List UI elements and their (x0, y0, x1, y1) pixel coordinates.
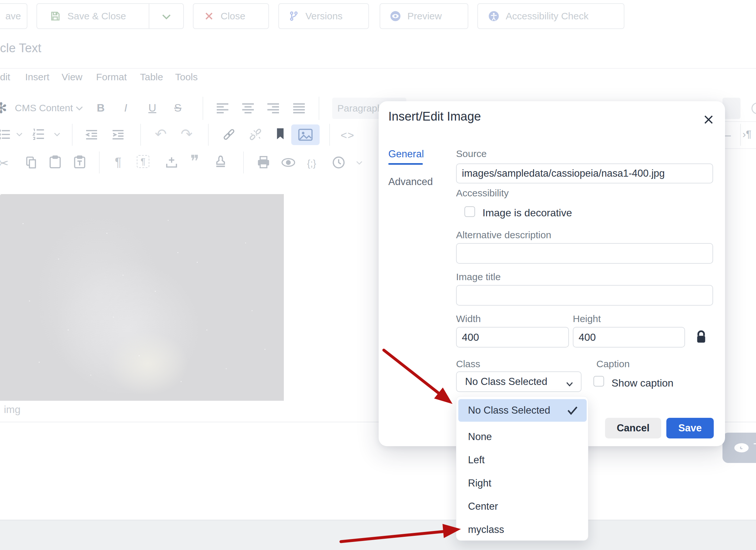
dropdown-option-center[interactable]: Center (458, 495, 587, 518)
joomla-logo-icon: ✻ (0, 99, 7, 117)
image-title-label: Image title (456, 272, 501, 282)
toolbar-divider (140, 124, 141, 146)
bold-button[interactable]: B (97, 102, 105, 114)
insert-image-button[interactable] (291, 125, 320, 145)
starfield-decoration (0, 194, 1, 195)
versions-button[interactable]: Versions (278, 3, 369, 29)
toolbar-row-divider (725, 148, 756, 149)
insert-datetime-clock-icon[interactable] (332, 156, 345, 170)
blockquote-icon[interactable]: ❞ (190, 152, 199, 171)
class-select[interactable]: No Class Selected (456, 371, 582, 392)
align-center-icon[interactable] (241, 102, 255, 115)
show-blocks-icon[interactable]: ¶ (137, 155, 149, 168)
chevron-down-icon[interactable] (355, 160, 363, 167)
check-icon (567, 405, 578, 418)
height-input[interactable] (573, 327, 685, 347)
close-button[interactable]: Close (193, 3, 269, 29)
dropdown-option-right[interactable]: Right (458, 472, 587, 495)
cms-content-button[interactable]: CMS Content (15, 103, 73, 114)
link-icon[interactable] (222, 128, 236, 142)
insert-readmore-icon[interactable] (165, 156, 178, 170)
element-path[interactable]: img (4, 404, 21, 415)
cancel-button[interactable]: Cancel (605, 418, 661, 438)
show-caption-checkbox[interactable] (593, 376, 604, 386)
header-divider (0, 68, 756, 69)
toolbar-divider (329, 124, 330, 146)
page-title: cle Text (0, 41, 41, 55)
toolbar-divider (319, 97, 319, 120)
dropdown-option-no-class-selected[interactable]: No Class Selected (458, 399, 587, 422)
class-label: Class (456, 358, 480, 369)
alternative-description-input[interactable] (456, 243, 713, 264)
dialog-close-icon[interactable] (703, 114, 714, 126)
toggle-preview-button[interactable]: T (722, 433, 756, 463)
option-label: None (468, 431, 492, 443)
constrain-proportions-lock-icon[interactable] (695, 329, 707, 345)
stamp-template-icon[interactable] (214, 155, 227, 170)
image-is-decorative-checkbox[interactable] (464, 206, 475, 217)
close-x-icon (204, 12, 214, 21)
menu-format[interactable]: Format (96, 72, 127, 83)
image-title-input[interactable] (456, 285, 713, 305)
save-button[interactable]: ave (0, 3, 27, 29)
preview-button[interactable]: Preview (380, 3, 468, 29)
paste-icon[interactable] (49, 155, 61, 170)
tab-advanced[interactable]: Advanced (388, 176, 433, 188)
width-input[interactable] (456, 327, 569, 347)
align-left-icon[interactable] (215, 102, 230, 115)
menu-view[interactable]: View (62, 72, 82, 83)
horizontal-rule-icon[interactable]: – (724, 128, 731, 142)
ltr-direction-icon[interactable]: ›¶ (742, 128, 751, 140)
save-button-dialog[interactable]: Save (666, 418, 714, 438)
underline-button[interactable]: U (148, 102, 156, 114)
unlink-icon[interactable] (248, 128, 263, 142)
code-sample-icon[interactable]: {;} (307, 158, 316, 169)
menu-insert[interactable]: Insert (25, 72, 49, 83)
undo-icon[interactable]: ↶ (155, 126, 167, 142)
tab-general[interactable]: General (388, 148, 424, 160)
save-and-close-button[interactable]: Save & Close (36, 3, 184, 29)
italic-button[interactable]: I (124, 102, 127, 114)
menu-table[interactable]: Table (140, 72, 163, 83)
toolbar-divider (243, 152, 244, 174)
article-content-image[interactable] (0, 194, 284, 401)
help-icon[interactable] (751, 103, 756, 114)
outdent-icon[interactable] (85, 129, 99, 141)
chevron-down-icon[interactable] (161, 12, 172, 23)
chevron-down-icon[interactable] (53, 132, 61, 139)
menu-edit[interactable]: dit (0, 72, 10, 83)
cut-scissors-icon[interactable]: ✂ (0, 155, 9, 171)
active-tab-underline (388, 163, 423, 165)
save-and-close-label: Save & Close (67, 11, 126, 22)
show-invisible-characters-icon[interactable]: ¶ (115, 155, 121, 169)
toolbar-button-background (722, 98, 741, 119)
caption-label: Caption (596, 358, 630, 369)
dropdown-option-myclass[interactable]: myclass (458, 518, 587, 541)
indent-icon[interactable] (111, 129, 125, 141)
bullet-list-icon[interactable] (0, 129, 11, 141)
align-right-icon[interactable] (266, 102, 280, 115)
print-icon[interactable] (257, 156, 270, 170)
preview-eye-icon[interactable] (281, 157, 295, 169)
source-input[interactable] (456, 164, 713, 184)
dropdown-option-none[interactable]: None (458, 425, 587, 448)
cancel-button-label: Cancel (617, 422, 650, 434)
source-code-icon[interactable]: <> (341, 129, 355, 142)
image-is-decorative-label: Image is decorative (482, 207, 572, 219)
menu-tools[interactable]: Tools (175, 72, 198, 83)
page-footer-band (0, 520, 756, 550)
redo-icon[interactable]: ↷ (181, 126, 193, 142)
paste-as-text-icon[interactable] (74, 155, 86, 170)
eye-icon (734, 443, 749, 453)
bookmark-icon[interactable] (275, 127, 286, 142)
chevron-down-icon[interactable] (75, 105, 84, 113)
strikethrough-button[interactable]: S (174, 102, 182, 114)
dropdown-option-left[interactable]: Left (458, 449, 587, 471)
class-dropdown-menu: No Class Selected None Left Right Center… (456, 396, 588, 541)
numbered-list-icon[interactable] (32, 128, 45, 141)
align-justify-icon[interactable] (292, 102, 306, 115)
toggle-button-label: T (753, 441, 756, 455)
accessibility-check-button[interactable]: Accessibility Check (477, 3, 624, 29)
chevron-down-icon[interactable] (15, 132, 23, 139)
copy-icon[interactable] (25, 156, 38, 170)
